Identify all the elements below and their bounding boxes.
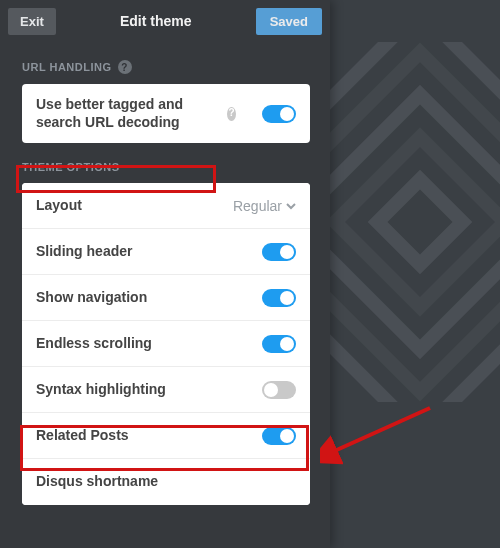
exit-button[interactable]: Exit xyxy=(8,8,56,35)
row-disqus-shortname[interactable]: Disqus shortname xyxy=(22,459,310,505)
card-url-handling: Use better tagged and search URL decodin… xyxy=(22,84,310,143)
section-header-label: THEME OPTIONS xyxy=(22,161,120,173)
row-show-navigation: Show navigation xyxy=(22,275,310,321)
section-header-label: URL HANDLING xyxy=(22,61,112,73)
section-url-handling: URL HANDLING ? Use better tagged and sea… xyxy=(0,42,330,147)
card-theme-options: Layout Regular Sliding header Show navig… xyxy=(22,183,310,505)
row-sliding-header: Sliding header xyxy=(22,229,310,275)
row-label: Use better tagged and search URL decodin… xyxy=(36,96,236,131)
section-theme-options: THEME OPTIONS Layout Regular Sliding hea… xyxy=(0,147,330,509)
toggle-show-navigation[interactable] xyxy=(262,289,296,307)
row-label: Related Posts xyxy=(36,427,129,445)
row-url-decoding: Use better tagged and search URL decodin… xyxy=(22,84,310,143)
page-title: Edit theme xyxy=(64,13,248,29)
background-pattern xyxy=(330,42,500,402)
toggle-url-decoding[interactable] xyxy=(262,105,296,123)
svg-rect-4 xyxy=(378,180,463,265)
layout-select-value[interactable]: Regular xyxy=(233,198,296,214)
row-label: Syntax highlighting xyxy=(36,381,166,399)
section-header-theme-options: THEME OPTIONS xyxy=(22,161,310,183)
select-value-text: Regular xyxy=(233,198,282,214)
toggle-related-posts[interactable] xyxy=(262,427,296,445)
row-label: Layout xyxy=(36,197,82,215)
toggle-syntax-highlighting[interactable] xyxy=(262,381,296,399)
topbar: Exit Edit theme Saved xyxy=(0,0,330,42)
row-label: Endless scrolling xyxy=(36,335,152,353)
row-syntax-highlighting: Syntax highlighting xyxy=(22,367,310,413)
row-related-posts: Related Posts xyxy=(22,413,310,459)
row-label: Disqus shortname xyxy=(36,473,158,491)
row-label: Show navigation xyxy=(36,289,147,307)
row-label-text: Use better tagged and search URL decodin… xyxy=(36,96,221,131)
saved-button[interactable]: Saved xyxy=(256,8,322,35)
row-layout[interactable]: Layout Regular xyxy=(22,183,310,229)
help-icon[interactable]: ? xyxy=(118,60,132,74)
chevron-down-icon xyxy=(286,201,296,211)
help-icon[interactable]: ? xyxy=(227,107,236,121)
svg-line-5 xyxy=(330,408,430,453)
section-header-url-handling: URL HANDLING ? xyxy=(22,60,310,84)
toggle-sliding-header[interactable] xyxy=(262,243,296,261)
toggle-endless-scrolling[interactable] xyxy=(262,335,296,353)
row-label: Sliding header xyxy=(36,243,132,261)
row-endless-scrolling: Endless scrolling xyxy=(22,321,310,367)
annotation-arrow-icon xyxy=(320,398,440,492)
theme-editor-sidebar: Exit Edit theme Saved URL HANDLING ? Use… xyxy=(0,0,330,548)
